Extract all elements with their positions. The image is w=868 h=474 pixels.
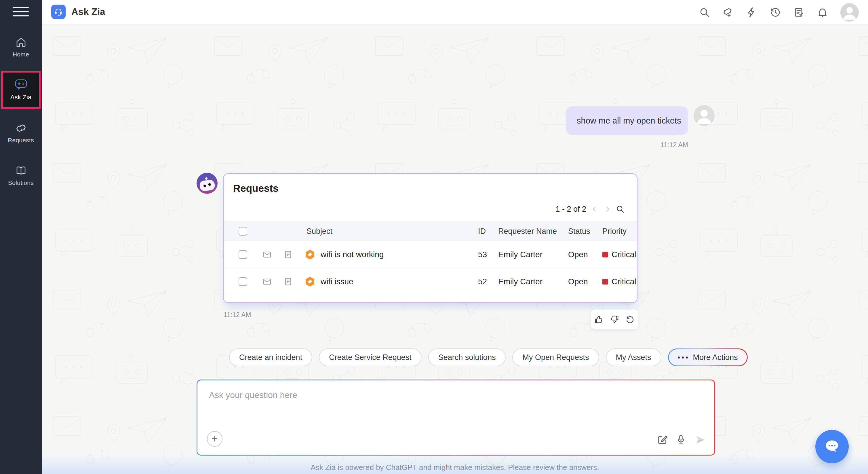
incident-badge-icon bbox=[305, 249, 315, 260]
ask-zia-logo-icon bbox=[51, 5, 66, 19]
left-sidebar: Home Ask Zia Requests Solutions bbox=[0, 0, 42, 474]
microphone-icon[interactable] bbox=[675, 434, 687, 445]
sidebar-item-ask-zia-active[interactable]: Ask Zia bbox=[1, 71, 40, 109]
sidebar-item-label: Ask Zia bbox=[10, 94, 31, 101]
create-ticket-icon[interactable] bbox=[722, 7, 734, 18]
quick-actions-icon[interactable] bbox=[746, 7, 757, 18]
table-search-icon[interactable] bbox=[616, 204, 625, 214]
requester-name: Emily Carter bbox=[498, 241, 542, 268]
previous-page-icon[interactable] bbox=[590, 205, 599, 213]
request-id: 53 bbox=[478, 241, 487, 268]
sidebar-item-label: Home bbox=[13, 51, 29, 58]
disclaimer-text: Ask Zia is powered by ChatGPT and might … bbox=[42, 463, 868, 472]
thumbs-up-icon[interactable] bbox=[594, 315, 604, 324]
chat-bubble-icon bbox=[824, 438, 841, 455]
chip-create-incident[interactable]: Create an incident bbox=[229, 349, 312, 366]
request-priority: Critical bbox=[612, 277, 636, 286]
requests-result-card: Requests 1 - 2 of 2 Subject ID Requester… bbox=[223, 173, 638, 303]
pagination-count: 1 - 2 of 2 bbox=[555, 205, 586, 214]
request-priority: Critical bbox=[612, 250, 636, 259]
live-chat-fab[interactable] bbox=[815, 430, 849, 463]
zia-bot-avatar bbox=[196, 173, 218, 194]
user-message-bubble: show me all my open tickets bbox=[566, 106, 688, 135]
review-checklist-icon[interactable] bbox=[793, 7, 805, 18]
chip-my-assets[interactable]: My Assets bbox=[606, 349, 661, 366]
requester-name: Emily Carter bbox=[498, 268, 542, 295]
chip-search-solutions[interactable]: Search solutions bbox=[428, 349, 506, 366]
row-checkbox[interactable] bbox=[239, 250, 247, 259]
search-icon[interactable] bbox=[699, 7, 710, 18]
table-header-row: Subject ID Requester Name Status Priorit… bbox=[224, 221, 637, 241]
top-header: Ask Zia bbox=[42, 0, 868, 25]
column-header-status[interactable]: Status bbox=[568, 222, 590, 241]
chat-area: show me all my open tickets 11:12 AM Req… bbox=[42, 25, 868, 474]
user-message-timestamp: 11:12 AM bbox=[661, 141, 688, 149]
email-icon bbox=[262, 250, 272, 260]
request-status: Open bbox=[568, 241, 588, 268]
send-icon[interactable] bbox=[695, 434, 706, 445]
compose-icon[interactable] bbox=[657, 434, 668, 445]
table-row[interactable]: wifi issue 52 Emily Carter Open Critical bbox=[224, 268, 637, 295]
thumbs-down-icon[interactable] bbox=[610, 315, 619, 324]
sidebar-item-label: Solutions bbox=[8, 179, 34, 186]
user-chat-avatar bbox=[693, 105, 715, 126]
question-input[interactable] bbox=[197, 380, 714, 424]
chip-create-service-request[interactable]: Create Service Request bbox=[319, 349, 422, 366]
sidebar-item-requests[interactable]: Requests bbox=[0, 122, 42, 144]
column-header-subject[interactable]: Subject bbox=[307, 222, 332, 241]
column-header-requester[interactable]: Requester Name bbox=[498, 222, 557, 241]
sidebar-item-label: Requests bbox=[8, 137, 34, 144]
attach-plus-button[interactable]: + bbox=[207, 431, 222, 447]
notes-icon bbox=[283, 250, 293, 260]
request-subject[interactable]: wifi is not working bbox=[320, 241, 384, 268]
incident-badge-icon bbox=[305, 276, 315, 287]
book-icon bbox=[15, 165, 27, 177]
user-avatar[interactable] bbox=[840, 3, 859, 22]
next-page-icon[interactable] bbox=[603, 205, 612, 213]
ellipsis-icon bbox=[678, 356, 688, 358]
user-message-text: show me all my open tickets bbox=[577, 116, 681, 125]
regenerate-icon[interactable] bbox=[625, 315, 635, 324]
notes-icon bbox=[283, 277, 293, 287]
request-subject[interactable]: wifi issue bbox=[320, 268, 353, 295]
email-icon bbox=[262, 277, 272, 287]
row-checkbox[interactable] bbox=[239, 277, 247, 286]
header-actions bbox=[699, 0, 859, 25]
priority-color-swatch bbox=[602, 279, 608, 285]
hamburger-menu-icon[interactable] bbox=[13, 7, 29, 19]
card-title: Requests bbox=[233, 183, 279, 194]
quick-action-chips: Create an incident Create Service Reques… bbox=[229, 349, 748, 366]
ask-input-container: + bbox=[196, 380, 715, 455]
column-header-priority[interactable]: Priority bbox=[602, 222, 637, 241]
notifications-bell-icon[interactable] bbox=[817, 7, 828, 18]
request-status: Open bbox=[568, 268, 588, 295]
response-feedback-toolbar bbox=[591, 309, 638, 329]
page-title: Ask Zia bbox=[71, 6, 105, 17]
sidebar-item-solutions[interactable]: Solutions bbox=[0, 165, 42, 186]
chip-label: More Actions bbox=[693, 353, 738, 362]
brand: Ask Zia bbox=[51, 5, 105, 19]
table-row[interactable]: wifi is not working 53 Emily Carter Open… bbox=[224, 241, 637, 268]
bot-message-timestamp: 11:12 AM bbox=[224, 311, 251, 319]
sidebar-item-home[interactable]: Home bbox=[0, 36, 42, 58]
chip-more-actions[interactable]: More Actions bbox=[668, 349, 748, 366]
request-id: 52 bbox=[478, 268, 487, 295]
pagination: 1 - 2 of 2 bbox=[555, 204, 625, 214]
column-header-id[interactable]: ID bbox=[478, 222, 486, 241]
chip-my-open-requests[interactable]: My Open Requests bbox=[512, 349, 599, 366]
home-icon bbox=[15, 36, 27, 49]
history-icon[interactable] bbox=[770, 7, 781, 18]
ask-zia-icon bbox=[14, 79, 28, 91]
ticket-icon bbox=[15, 122, 27, 134]
select-all-checkbox[interactable] bbox=[239, 227, 247, 236]
priority-color-swatch bbox=[602, 252, 608, 258]
